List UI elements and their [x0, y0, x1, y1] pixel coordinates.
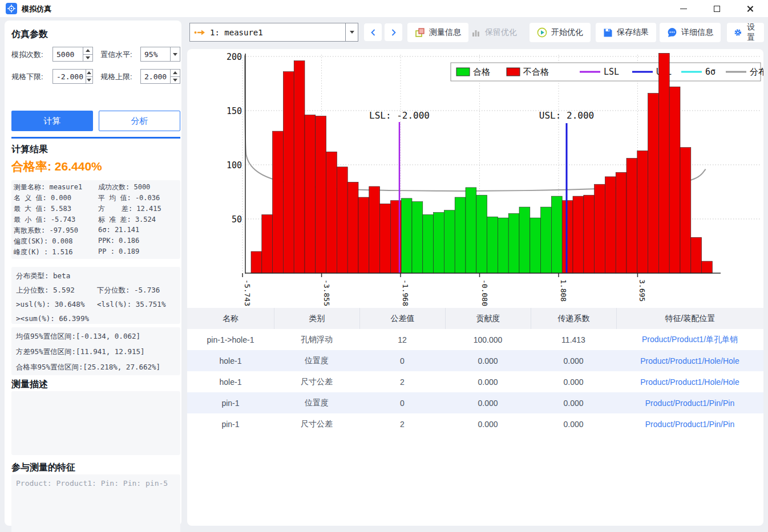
table-cell: 0	[359, 392, 445, 413]
measure-select-arrow[interactable]	[345, 23, 358, 41]
measure-info-button[interactable]: 测量信息	[407, 23, 468, 42]
histogram-bar	[530, 218, 541, 273]
histogram-bar	[605, 177, 616, 273]
assembly-location-link[interactable]: Product/Product1/Hole/Hole	[616, 371, 763, 392]
table-cell: pin-1->hole-1	[187, 329, 274, 350]
histogram-bar	[584, 195, 595, 273]
stat-line: 成功次数: 5000	[98, 182, 181, 193]
histogram-bar	[691, 237, 702, 273]
table-cell: 位置度	[274, 392, 359, 413]
stat-line: PP : 0.189	[98, 247, 181, 258]
table-row[interactable]: pin-1尺寸公差20.0000.000Product/Product1/Pin…	[187, 413, 763, 434]
table-header-cell[interactable]: 名称	[187, 308, 274, 329]
close-icon	[746, 5, 754, 13]
histogram-bar	[347, 182, 358, 273]
layers-icon	[415, 27, 425, 38]
histogram-bar	[562, 201, 573, 273]
lsl-input[interactable]: -2.000	[52, 69, 93, 84]
table-row[interactable]: hole-1尺寸公差20.0000.000Product/Product1/Ho…	[187, 371, 763, 392]
assembly-location-link[interactable]: Product/Product1/Pin/Pin	[616, 392, 763, 413]
assembly-location-link[interactable]: Product/Product1/Hole/Hole	[616, 350, 763, 371]
lsl-label: LSL: -2.000	[369, 110, 430, 121]
histogram-bar	[294, 61, 305, 273]
stat-line: 名 义 值: 0.000	[14, 193, 97, 204]
histogram-bar	[455, 197, 466, 273]
step-up-icon	[86, 49, 90, 52]
legend-swatch	[456, 68, 470, 76]
prev-measure-button[interactable]	[364, 23, 382, 41]
histogram-bar	[369, 186, 380, 273]
stat-line: 离散系数: -97.950	[14, 226, 97, 237]
table-row[interactable]: hole-1位置度00.0000.000Product/Product1/Hol…	[187, 350, 763, 371]
start-optimize-label: 开始优化	[551, 27, 583, 38]
minimize-button[interactable]	[671, 0, 696, 17]
histogram-bar	[273, 131, 284, 273]
measure-select-value: 1: measure1	[205, 28, 345, 37]
distribution-line: ><sum(%): 66.399%	[16, 314, 176, 328]
usl-label: 规格上限:	[100, 72, 132, 82]
confidence-interval-line: 均值95%置信区间:[-0.134, 0.062]	[16, 332, 176, 347]
y-tick-label: 100	[227, 160, 242, 170]
table-row[interactable]: pin-1位置度00.0000.000Product/Product1/Pin/…	[187, 392, 763, 413]
description-box[interactable]	[11, 391, 180, 455]
x-tick-label: 3.695	[638, 279, 646, 302]
detail-info-button[interactable]: 详细信息	[660, 23, 721, 42]
table-header-cell[interactable]: 传递系数	[531, 308, 616, 329]
table-cell: pin-1	[187, 392, 274, 413]
measure-arrow-icon	[194, 29, 205, 36]
detail-info-label: 详细信息	[681, 27, 713, 38]
histogram-bar	[251, 251, 262, 273]
save-result-button[interactable]: 保存结果	[596, 23, 656, 42]
next-measure-button[interactable]	[385, 23, 402, 41]
usl-stepper[interactable]	[170, 70, 180, 83]
table-header-cell[interactable]: 特征/装配位置	[616, 308, 763, 329]
histogram-bar	[326, 152, 337, 273]
table-header-cell[interactable]: 类别	[274, 308, 359, 329]
lsl-stepper[interactable]	[86, 70, 92, 83]
close-button[interactable]	[737, 0, 762, 17]
usl-input[interactable]: 2.000	[140, 69, 180, 84]
divider	[11, 137, 180, 139]
table-cell: 尺寸公差	[274, 413, 359, 434]
x-tick-label: -3.855	[322, 279, 331, 306]
start-optimize-button[interactable]: 开始优化	[529, 23, 591, 42]
usl-label: USL: 2.000	[539, 110, 594, 121]
play-icon	[537, 27, 547, 38]
table-cell: 孔销浮动	[274, 329, 359, 350]
assembly-location-link[interactable]: Product/Product1/单孔单销	[616, 329, 763, 350]
maximize-button[interactable]	[704, 0, 729, 17]
stat-line: 偏度(SK): 0.008	[14, 237, 97, 247]
histogram-bar	[380, 204, 391, 273]
table-header-cell[interactable]: 公差值	[359, 308, 445, 329]
assembly-location-link[interactable]: Product/Product1/Pin/Pin	[616, 413, 763, 434]
confidence-select[interactable]: 95%	[140, 47, 180, 62]
chevron-left-icon	[370, 29, 377, 36]
table-header-row: 名称类别公差值贡献度传递系数特征/装配位置	[187, 308, 763, 329]
histogram-bar	[702, 261, 713, 273]
histogram-bar	[466, 188, 476, 273]
histogram-bar	[648, 94, 659, 273]
step-up-icon	[173, 71, 177, 74]
table-header-cell[interactable]: 贡献度	[445, 308, 531, 329]
features-box[interactable]: Product: Product1: Pin: Pin: pin-5	[11, 474, 180, 532]
sim-count-stepper[interactable]	[83, 47, 92, 61]
stat-line: 最 小 值: -5.743	[14, 215, 97, 226]
legend-label: 6σ	[705, 67, 716, 77]
histogram-bar	[508, 214, 519, 274]
sim-count-input[interactable]: 5000	[52, 47, 93, 62]
calculate-button[interactable]: 计算	[11, 111, 93, 131]
table-cell: 0.000	[531, 413, 616, 434]
save-result-label: 保存结果	[617, 27, 649, 38]
table-cell: 2	[359, 371, 445, 392]
stat-line: PPK: 0.186	[98, 237, 181, 247]
legend-label: 分布曲线	[750, 67, 763, 77]
histogram-bar	[498, 218, 508, 273]
confidence-dropdown-arrow[interactable]	[170, 47, 180, 61]
legend-label: LSL	[604, 67, 619, 77]
settings-button[interactable]: 设置	[727, 23, 764, 42]
chat-bubble-icon	[667, 27, 677, 38]
analyze-button[interactable]: 分析	[99, 111, 180, 131]
app-logo-icon	[6, 3, 17, 14]
measure-select[interactable]: 1: measure1	[189, 23, 358, 42]
table-row[interactable]: pin-1->hole-1孔销浮动12100.00011.413Product/…	[187, 329, 763, 350]
